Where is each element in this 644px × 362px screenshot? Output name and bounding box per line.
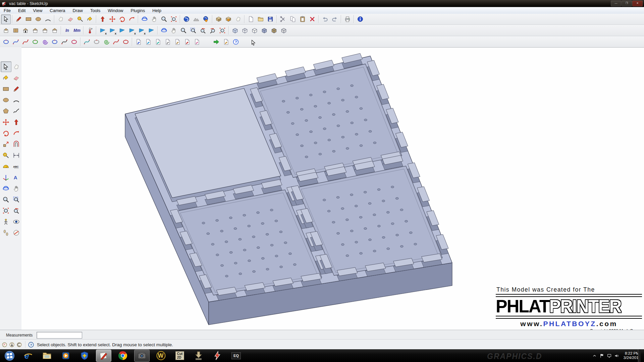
push-pull-tool[interactable] [98,14,107,24]
move-tool[interactable] [107,14,117,24]
rectangle-tool[interactable] [23,14,33,24]
style-shaded[interactable] [259,25,269,35]
print-button[interactable] [342,14,352,24]
taskbar-snagit[interactable] [134,350,150,362]
pan-side[interactable] [11,183,22,194]
make-component-button[interactable] [56,14,65,24]
line-tool[interactable] [14,14,23,24]
bezier-spline-tool[interactable] [11,37,20,47]
new-file-button[interactable] [246,14,256,24]
polygon-spline-tool[interactable] [92,37,101,47]
zoom-tool-2[interactable] [178,25,188,35]
circle-spline-tool[interactable] [30,37,40,47]
units-inches-button[interactable]: In [62,25,72,35]
model-info-button[interactable] [355,14,365,24]
next-view-button[interactable] [208,25,217,35]
taskbar-wow[interactable] [154,350,168,361]
polygon-side[interactable] [1,106,11,116]
tray-chevron-up-icon[interactable] [592,353,597,358]
eraser-side[interactable] [11,72,22,83]
push-pull-side[interactable] [11,117,22,127]
taskbar-malwarebytes[interactable] [77,350,92,361]
phlat-export-button[interactable] [221,37,231,47]
polyline-spline-tool[interactable] [59,37,69,47]
photo-textures-button[interactable] [201,14,211,24]
line-side[interactable] [11,83,22,94]
spiral-tool[interactable] [40,37,50,47]
previous-view-button[interactable] [198,25,208,35]
person-status-icon[interactable] [9,342,15,348]
oval-spline-tool[interactable] [69,37,79,47]
minimize-button[interactable]: — [611,1,621,6]
phlat-angle-6[interactable] [146,25,156,35]
arc-side[interactable] [11,95,22,105]
protractor-side[interactable] [1,161,11,172]
walk-side[interactable] [1,227,11,238]
measurements-input[interactable] [37,332,82,339]
phlat-tool-3[interactable] [153,37,163,47]
menu-view[interactable]: View [29,8,46,13]
iso-view-button[interactable] [1,25,11,35]
select-tool[interactable] [1,14,11,24]
make-component-side[interactable] [11,61,22,72]
style-xray[interactable] [230,25,240,35]
menu-tools[interactable]: Tools [87,8,104,13]
right-view-button[interactable] [30,25,40,35]
style-shaded-textures[interactable] [269,25,279,35]
zoom-window-button[interactable] [188,25,198,35]
style-hidden-line[interactable] [250,25,259,35]
paste-button[interactable] [298,14,307,24]
taskbar-chrome[interactable] [115,350,130,361]
phlat-angle-4[interactable]: x [127,25,137,35]
rotate-tool[interactable] [117,14,127,24]
phlat-angle-5[interactable]: x [137,25,146,35]
redo-button[interactable] [330,14,339,24]
follow-me-side[interactable] [11,128,22,138]
phlat-angle-2[interactable]: x [107,25,117,35]
position-camera-side[interactable] [1,216,11,227]
back-view-button[interactable] [40,25,50,35]
taskbar-media-player[interactable] [58,350,73,361]
network-icon[interactable] [607,353,612,358]
zoom-extents-side[interactable] [1,205,11,216]
show-desktop-button[interactable] [638,349,641,362]
get-models-button[interactable] [214,14,223,24]
orbit-side[interactable] [1,183,11,194]
credits-status-icon[interactable] [16,342,22,348]
rectangle-side[interactable] [1,83,11,94]
scale-side[interactable] [1,139,11,149]
red-ring-tool[interactable] [121,37,130,47]
eraser-tool[interactable] [65,14,75,24]
phlat-angle-3[interactable] [117,25,127,35]
cut-button[interactable] [278,14,288,24]
taskbar-internet-explorer[interactable] [21,350,36,361]
taskbar-installer[interactable] [191,350,206,361]
phlat-settings-button[interactable] [85,25,95,35]
tape-measure-side[interactable] [1,150,11,161]
toggle-terrain-button[interactable] [191,14,201,24]
follow-me-tool[interactable] [127,14,137,24]
start-button[interactable] [2,350,17,361]
zoom-side[interactable] [1,194,11,205]
action-center-flag-icon[interactable] [599,353,604,358]
geo-status-icon[interactable] [2,342,7,348]
phlat-tool-4[interactable] [163,37,172,47]
circle-side[interactable] [1,95,11,105]
tape-measure-tool[interactable] [75,14,85,24]
offset-side[interactable] [11,139,22,149]
units-mm-button[interactable]: Mm [72,25,82,35]
menu-file[interactable]: File [0,8,14,13]
ellipse-spline-tool[interactable] [50,37,59,47]
axes-side[interactable] [1,172,11,183]
menu-plugins[interactable]: Plugins [127,8,149,13]
share-component-button[interactable] [233,14,243,24]
menu-camera[interactable]: Camera [46,8,69,13]
style-monochrome[interactable] [279,25,288,35]
phlat-tool-6[interactable] [182,37,192,47]
style-wireframe[interactable] [240,25,250,35]
phlat-tool-1[interactable] [133,37,143,47]
paint-bucket-side[interactable] [1,72,11,83]
phlat-blank-button[interactable] [202,37,211,47]
zoom-extents-button[interactable] [169,14,178,24]
red-arc-tool[interactable] [111,37,121,47]
